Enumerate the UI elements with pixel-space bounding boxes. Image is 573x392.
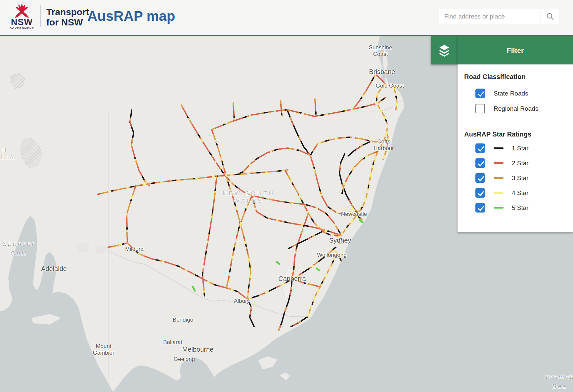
state-roads-row: State Roads <box>475 89 573 98</box>
star-3-checkbox[interactable] <box>475 173 485 183</box>
filter-panel-header: Filter <box>458 36 573 64</box>
star-1-swatch <box>494 147 504 149</box>
logo-acronym: NSW <box>7 19 37 26</box>
star-2-checkbox[interactable] <box>475 158 485 168</box>
state-roads-checkbox[interactable] <box>475 89 485 98</box>
app-header: NSW GOVERNMENT Transport for NSW AusRAP … <box>0 0 573 36</box>
filter-panel: Filter Road Classification State Roads R… <box>458 36 573 232</box>
star-4-row: 4 Star <box>475 188 573 198</box>
star-4-label: 4 Star <box>512 189 529 197</box>
regional-roads-row: Regional Roads <box>475 104 573 113</box>
logo-government: GOVERNMENT <box>7 27 37 30</box>
layers-button[interactable] <box>431 36 458 64</box>
star-1-checkbox[interactable] <box>475 143 485 153</box>
agency-name: Transport for NSW <box>46 7 89 28</box>
search-icon <box>546 13 554 20</box>
state-roads-label: State Roads <box>494 90 528 97</box>
star-5-label: 5 Star <box>512 204 529 212</box>
star-3-label: 3 Star <box>512 175 529 182</box>
star-4-swatch <box>494 192 504 194</box>
star-ratings-heading: AusRAP Star Ratings <box>464 131 573 138</box>
star-5-row: 5 Star <box>475 203 573 213</box>
star-3-row: 3 Star <box>475 173 573 183</box>
filter-title: Filter <box>507 47 524 55</box>
road-classification-heading: Road Classification <box>464 73 573 81</box>
page-title: AusRAP map <box>87 9 175 24</box>
regional-roads-checkbox[interactable] <box>475 104 485 113</box>
search-button[interactable] <box>541 9 559 24</box>
star-3-swatch <box>494 177 504 179</box>
logo-divider <box>40 5 41 27</box>
waratah-icon <box>12 3 32 19</box>
regional-roads-label: Regional Roads <box>494 105 538 112</box>
star-1-label: 1 Star <box>512 145 529 152</box>
star-5-checkbox[interactable] <box>475 203 485 213</box>
app-window: Sunshine CoastBrisbaneGold CoastCoffs Ha… <box>0 0 573 392</box>
search-input[interactable] <box>439 9 541 24</box>
star-2-row: 2 Star <box>475 158 573 168</box>
star-4-checkbox[interactable] <box>475 188 485 198</box>
layers-icon <box>438 44 451 58</box>
search-box <box>439 9 559 24</box>
star-5-swatch <box>494 207 504 209</box>
star-2-label: 2 Star <box>512 160 529 167</box>
star-1-row: 1 Star <box>475 143 573 153</box>
star-2-swatch <box>494 162 504 164</box>
nsw-government-logo: NSW GOVERNMENT <box>7 3 37 30</box>
